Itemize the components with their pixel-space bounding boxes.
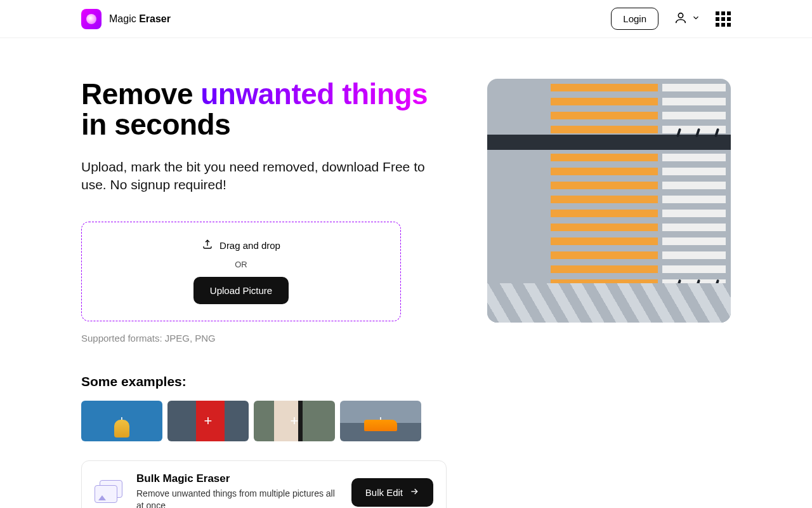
brand-logo[interactable]: Magic Eraser	[81, 9, 171, 29]
brand-text: Magic Eraser	[109, 13, 171, 25]
hero-image	[487, 79, 731, 323]
upload-dropzone[interactable]: Drag and drop OR Upload Picture	[81, 222, 401, 321]
example-thumb[interactable]: +	[254, 401, 335, 441]
examples-heading: Some examples:	[81, 374, 447, 389]
page-title: Remove unwanted things in seconds	[81, 79, 447, 140]
bulk-images-icon	[95, 480, 122, 504]
account-menu[interactable]	[674, 11, 700, 27]
arrow-right-icon	[409, 486, 419, 498]
or-label: OR	[235, 260, 247, 269]
plus-icon: +	[291, 413, 299, 429]
example-thumb[interactable]: +	[340, 401, 421, 441]
apps-grid-icon[interactable]	[716, 11, 731, 27]
login-button[interactable]: Login	[611, 8, 658, 30]
user-icon	[674, 11, 688, 27]
upload-icon	[202, 239, 213, 252]
supported-formats: Supported formats: JPEG, PNG	[81, 333, 447, 344]
drag-drop-label: Drag and drop	[219, 240, 280, 251]
plus-icon: +	[377, 413, 385, 429]
bulk-card: Bulk Magic Eraser Remove unwanted things…	[81, 460, 447, 508]
chevron-down-icon	[691, 13, 700, 25]
svg-point-0	[678, 13, 683, 17]
plus-icon: +	[118, 413, 126, 429]
brand-icon	[81, 9, 102, 29]
plus-icon: +	[204, 413, 213, 429]
header: Magic Eraser Login	[0, 0, 812, 38]
example-thumb[interactable]: +	[167, 401, 249, 441]
upload-picture-button[interactable]: Upload Picture	[193, 277, 289, 304]
bulk-subtitle: Remove unwanted things from multiple pic…	[136, 488, 337, 508]
example-thumbnails: + + + +	[81, 401, 447, 441]
page-subtitle: Upload, mark the bit you need removed, d…	[81, 158, 447, 194]
bulk-title: Bulk Magic Eraser	[136, 472, 337, 485]
bulk-edit-button[interactable]: Bulk Edit	[351, 478, 433, 507]
example-thumb[interactable]: +	[81, 401, 162, 441]
